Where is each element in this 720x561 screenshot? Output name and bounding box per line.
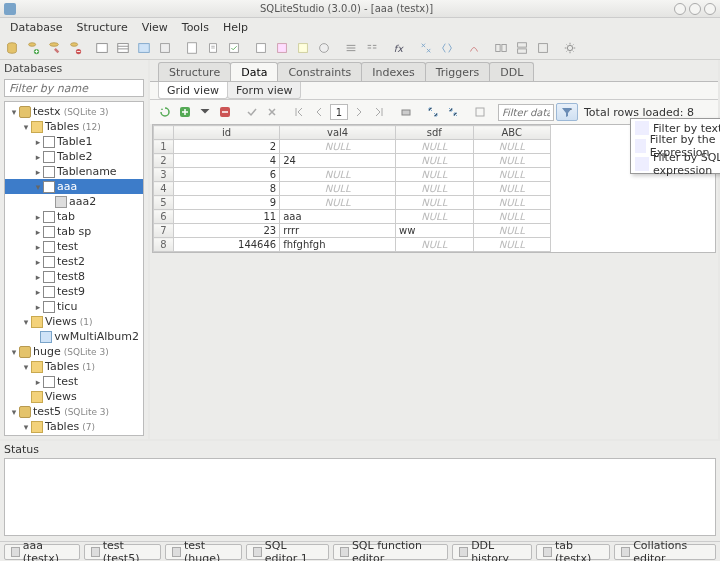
- cell[interactable]: NULL: [396, 196, 473, 210]
- first-page-icon[interactable]: [290, 103, 308, 121]
- tree-item[interactable]: ▸test: [5, 239, 143, 254]
- row-number[interactable]: 1: [154, 140, 174, 154]
- cell[interactable]: aaa: [280, 210, 396, 224]
- fx-icon[interactable]: fx: [389, 38, 409, 58]
- print-icon[interactable]: [397, 103, 415, 121]
- row-number[interactable]: 7: [154, 224, 174, 238]
- row-number[interactable]: 2: [154, 154, 174, 168]
- close-button[interactable]: [704, 3, 716, 15]
- tree-twisty[interactable]: ▾: [21, 362, 31, 372]
- cell[interactable]: NULL: [473, 224, 550, 238]
- filter-data-input[interactable]: [498, 104, 554, 121]
- subtab-grid-view[interactable]: Grid view: [158, 82, 228, 99]
- add-row-dropdown-icon[interactable]: [196, 103, 214, 121]
- cell[interactable]: NULL: [396, 168, 473, 182]
- tab-constraints[interactable]: Constraints: [277, 62, 362, 81]
- filter-dropdown-button[interactable]: [556, 103, 578, 121]
- cell[interactable]: NULL: [396, 154, 473, 168]
- column-header[interactable]: sdf: [396, 126, 473, 140]
- tb-icon-7[interactable]: [134, 38, 154, 58]
- cell[interactable]: NULL: [396, 140, 473, 154]
- page-number-input[interactable]: [330, 104, 348, 120]
- tree-twisty[interactable]: ▸: [33, 377, 43, 387]
- tree-twisty[interactable]: ▸: [33, 167, 43, 177]
- cell[interactable]: NULL: [473, 182, 550, 196]
- tb-icon-22[interactable]: [491, 38, 511, 58]
- cell[interactable]: NULL: [396, 238, 473, 252]
- filter-by-sql[interactable]: Filter by SQL expression: [631, 155, 720, 173]
- row-number[interactable]: 4: [154, 182, 174, 196]
- window-tab[interactable]: DDL history: [452, 544, 532, 560]
- tree-item[interactable]: ▸test9: [5, 284, 143, 299]
- settings-icon[interactable]: [560, 38, 580, 58]
- tree-twisty[interactable]: ▸: [33, 242, 43, 252]
- cell[interactable]: 8: [174, 182, 280, 196]
- cell[interactable]: 144646: [174, 238, 280, 252]
- tree-twisty[interactable]: ▾: [21, 122, 31, 132]
- cell[interactable]: rrrr: [280, 224, 396, 238]
- window-tab[interactable]: Collations editor: [614, 544, 716, 560]
- tree-item[interactable]: ▸Table1: [5, 134, 143, 149]
- edit-db-icon[interactable]: [44, 38, 64, 58]
- window-tab[interactable]: tab (testx): [536, 544, 610, 560]
- tree-item[interactable]: ▸test2: [5, 254, 143, 269]
- tree-item[interactable]: ▸tab sp: [5, 224, 143, 239]
- column-header[interactable]: val4: [280, 126, 396, 140]
- tree-twisty[interactable]: ▸: [33, 257, 43, 267]
- tb-icon-8[interactable]: [155, 38, 175, 58]
- tree-twisty[interactable]: ▸: [33, 302, 43, 312]
- column-header[interactable]: id: [174, 126, 280, 140]
- tree-item[interactable]: ▸Table2: [5, 149, 143, 164]
- menu-tools[interactable]: Tools: [176, 19, 215, 36]
- tree-twisty[interactable]: ▾: [9, 107, 19, 117]
- tb-icon-17[interactable]: [362, 38, 382, 58]
- cell[interactable]: NULL: [473, 196, 550, 210]
- remove-db-icon[interactable]: [65, 38, 85, 58]
- cell[interactable]: NULL: [396, 210, 473, 224]
- row-number[interactable]: 6: [154, 210, 174, 224]
- tb-icon-19[interactable]: [416, 38, 436, 58]
- cell[interactable]: 24: [280, 154, 396, 168]
- tb-icon-14[interactable]: [293, 38, 313, 58]
- window-tab[interactable]: test (test5): [84, 544, 161, 560]
- tb-icon-16[interactable]: [341, 38, 361, 58]
- cell[interactable]: fhfghfgh: [280, 238, 396, 252]
- tb-icon-23[interactable]: [512, 38, 532, 58]
- menu-help[interactable]: Help: [217, 19, 254, 36]
- database-tree[interactable]: ▾testx(SQLite 3)▾Tables(12)▸Table1▸Table…: [4, 101, 144, 436]
- add-row-icon[interactable]: [176, 103, 194, 121]
- menu-view[interactable]: View: [136, 19, 174, 36]
- tree-twisty[interactable]: ▾: [21, 317, 31, 327]
- row-number[interactable]: 3: [154, 168, 174, 182]
- delete-row-icon[interactable]: [216, 103, 234, 121]
- tb-icon-21[interactable]: [464, 38, 484, 58]
- tb-icon-24[interactable]: [533, 38, 553, 58]
- tree-twisty[interactable]: ▾: [21, 422, 31, 432]
- tree-item[interactable]: ▾testx(SQLite 3): [5, 104, 143, 119]
- collapse-icon[interactable]: [444, 103, 462, 121]
- last-page-icon[interactable]: [370, 103, 388, 121]
- tb-icon-20[interactable]: [437, 38, 457, 58]
- tree-item[interactable]: ▾Tables(12): [5, 119, 143, 134]
- row-number[interactable]: 5: [154, 196, 174, 210]
- tb-icon-9[interactable]: [182, 38, 202, 58]
- tree-item[interactable]: ▸test: [5, 374, 143, 389]
- tree-twisty[interactable]: ▸: [33, 287, 43, 297]
- tb-icon-13[interactable]: [272, 38, 292, 58]
- tree-item[interactable]: ▾huge(SQLite 3): [5, 344, 143, 359]
- cell[interactable]: 23: [174, 224, 280, 238]
- tree-item[interactable]: ▾aaa: [5, 179, 143, 194]
- tree-twisty[interactable]: ▾: [9, 407, 19, 417]
- cell[interactable]: NULL: [396, 182, 473, 196]
- window-tab[interactable]: aaa (testx): [4, 544, 80, 560]
- tb-icon-12[interactable]: [251, 38, 271, 58]
- tab-structure[interactable]: Structure: [158, 62, 231, 81]
- tree-twisty[interactable]: ▸: [33, 152, 43, 162]
- cell[interactable]: NULL: [473, 210, 550, 224]
- subtab-form-view[interactable]: Form view: [227, 82, 302, 99]
- tree-item[interactable]: ▸ticu: [5, 299, 143, 314]
- tree-item[interactable]: ▾test5(SQLite 3): [5, 404, 143, 419]
- tree-item[interactable]: ▸tab: [5, 209, 143, 224]
- tree-item[interactable]: ▾Views(1): [5, 314, 143, 329]
- cell[interactable]: NULL: [473, 168, 550, 182]
